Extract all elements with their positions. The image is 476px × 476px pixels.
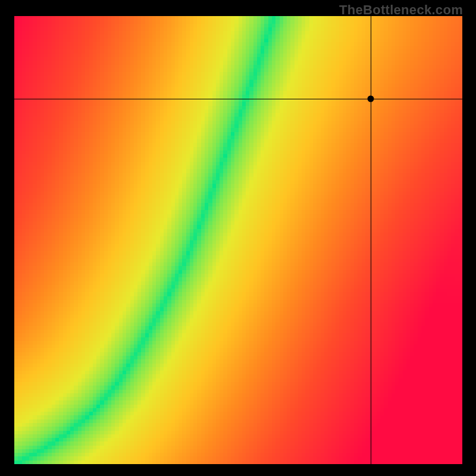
chart-container: TheBottleneck.com xyxy=(0,0,476,476)
heatmap-canvas xyxy=(14,16,462,464)
plot-area xyxy=(14,16,462,464)
crosshair-vertical xyxy=(371,16,371,464)
query-point-marker xyxy=(367,96,374,102)
crosshair-horizontal xyxy=(14,99,462,99)
